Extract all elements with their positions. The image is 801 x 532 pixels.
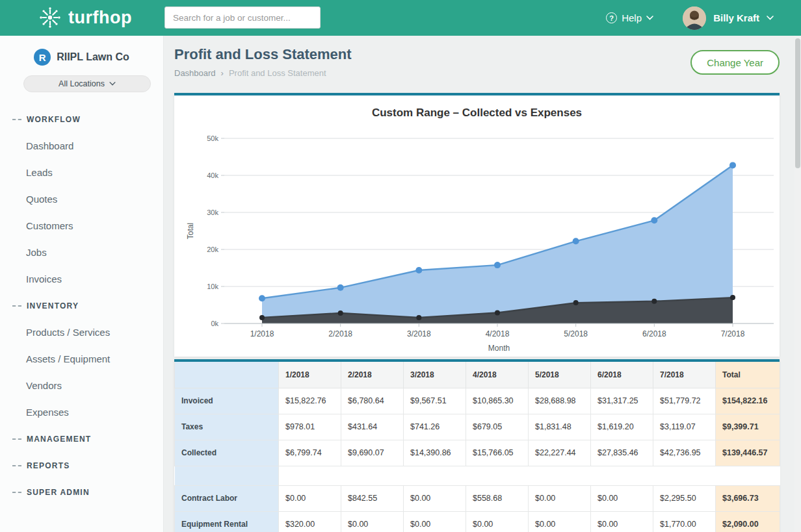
table-cell: $6,780.64 bbox=[341, 388, 404, 414]
sidebar-item-products-services[interactable]: Products / Services bbox=[0, 319, 163, 346]
sidebar: R RIIPL Lawn Co All Locations WORKFLOWDa… bbox=[0, 36, 164, 532]
row-total: $139,446.57 bbox=[716, 440, 780, 466]
sidebar-item-leads[interactable]: Leads bbox=[0, 159, 163, 186]
chart-card: Custom Range – Collected vs Expenses 0k1… bbox=[174, 93, 780, 357]
table-header-4-2018: 4/2018 bbox=[466, 362, 529, 388]
table-cell bbox=[466, 466, 529, 485]
table-cell bbox=[653, 466, 716, 485]
sidebar-item-assets-equipment[interactable]: Assets / Equipment bbox=[0, 346, 163, 372]
help-label: Help bbox=[622, 12, 642, 23]
search-input[interactable] bbox=[164, 6, 321, 29]
page-title: Profit and Loss Statement bbox=[174, 46, 352, 63]
table-header-1-2018: 1/2018 bbox=[279, 362, 341, 388]
sidebar-item-invoices[interactable]: Invoices bbox=[0, 266, 163, 292]
row-total: $9,399.71 bbox=[716, 414, 780, 440]
svg-text:6/2018: 6/2018 bbox=[642, 329, 666, 338]
table-row-equipment-rental: Equipment Rental$320.00$0.00$0.00$0.00$0… bbox=[175, 511, 780, 532]
svg-text:10k: 10k bbox=[207, 283, 218, 290]
chart-svg: 0k10k20k30k40k50k1/20182/20183/20184/201… bbox=[174, 128, 780, 357]
sidebar-section-reports[interactable]: REPORTS bbox=[0, 452, 163, 479]
table-header-3-2018: 3/2018 bbox=[404, 362, 466, 388]
table-cell: $9,690.07 bbox=[341, 440, 404, 466]
table-cell: $0.00 bbox=[591, 511, 653, 532]
section-dashes-icon bbox=[12, 305, 21, 307]
company-header: R RIIPL Lawn Co bbox=[0, 49, 163, 66]
row-total bbox=[716, 466, 780, 485]
collected-vs-expenses-chart: 0k10k20k30k40k50k1/20182/20183/20184/201… bbox=[174, 128, 780, 357]
sidebar-item-customers[interactable]: Customers bbox=[0, 212, 163, 239]
table-cell: $9,567.51 bbox=[404, 388, 466, 414]
logo-text: turfhop bbox=[68, 8, 132, 28]
section-dashes-icon bbox=[12, 119, 21, 120]
sidebar-section-label: SUPER ADMIN bbox=[27, 488, 90, 497]
help-menu[interactable]: ? Help bbox=[606, 0, 653, 36]
table-row-collected: Collected$6,799.74$9,690.07$14,390.86$15… bbox=[175, 440, 780, 466]
svg-text:5/2018: 5/2018 bbox=[564, 329, 588, 338]
sidebar-section-label: INVENTORY bbox=[27, 301, 79, 310]
table-cell: $15,822.76 bbox=[279, 388, 341, 414]
scrollbar-thumb[interactable] bbox=[795, 38, 800, 168]
table-cell: $1,831.48 bbox=[529, 414, 591, 440]
table-cell: $2,295.50 bbox=[653, 485, 716, 511]
app-root: turfhop ? Help Billy Kraft bbox=[0, 0, 801, 532]
svg-text:Total: Total bbox=[186, 223, 195, 239]
help-icon: ? bbox=[606, 12, 617, 23]
table-cell: $0.00 bbox=[529, 485, 591, 511]
row-total: $3,696.73 bbox=[716, 485, 780, 511]
table-cell: $14,390.86 bbox=[404, 440, 466, 466]
table-row-invoiced: Invoiced$15,822.76$6,780.64$9,567.51$10,… bbox=[175, 388, 780, 414]
sidebar-section-workflow[interactable]: WORKFLOW bbox=[0, 106, 163, 133]
sidebar-nav: WORKFLOWDashboardLeadsQuotesCustomersJob… bbox=[0, 106, 163, 505]
table-cell: $0.00 bbox=[529, 511, 591, 532]
svg-text:50k: 50k bbox=[207, 134, 218, 142]
sidebar-section-label: MANAGEMENT bbox=[27, 435, 91, 444]
sidebar-item-jobs[interactable]: Jobs bbox=[0, 239, 163, 266]
section-dashes-icon bbox=[12, 492, 21, 493]
svg-text:7/2018: 7/2018 bbox=[721, 329, 745, 338]
user-menu[interactable]: Billy Kraft bbox=[683, 0, 774, 36]
section-dashes-icon bbox=[12, 465, 21, 466]
row-total: $2,090.00 bbox=[716, 511, 780, 532]
table-cell: $842.55 bbox=[341, 485, 404, 511]
sidebar-item-quotes[interactable]: Quotes bbox=[0, 186, 163, 212]
table-cell: $15,766.05 bbox=[466, 440, 529, 466]
sidebar-section-management[interactable]: MANAGEMENT bbox=[0, 425, 163, 452]
sidebar-item-dashboard[interactable]: Dashboard bbox=[0, 133, 163, 159]
table-cell: $0.00 bbox=[404, 485, 466, 511]
table-row-contract-labor: Contract Labor$0.00$842.55$0.00$558.68$0… bbox=[175, 485, 780, 511]
table-cell bbox=[341, 466, 404, 485]
table-cell: $3,119.07 bbox=[653, 414, 716, 440]
table-cell: $10,865.30 bbox=[466, 388, 529, 414]
table-row-spacer bbox=[175, 466, 780, 485]
table-cell: $978.01 bbox=[279, 414, 341, 440]
location-filter-label: All Locations bbox=[59, 79, 105, 88]
company-logo-icon: R bbox=[34, 49, 51, 66]
row-label: Invoiced bbox=[175, 388, 279, 414]
table-cell: $22,227.44 bbox=[529, 440, 591, 466]
section-dashes-icon bbox=[12, 438, 21, 440]
turfhop-logo[interactable]: turfhop bbox=[38, 5, 132, 30]
table-cell: $741.26 bbox=[404, 414, 466, 440]
table-header-row-label bbox=[175, 362, 279, 388]
svg-text:Month: Month bbox=[488, 344, 510, 353]
sidebar-section-super-admin[interactable]: SUPER ADMIN bbox=[0, 479, 163, 505]
pl-table: 1/20182/20183/20184/20185/20186/20187/20… bbox=[174, 362, 780, 532]
table-cell: $27,835.46 bbox=[591, 440, 653, 466]
sidebar-item-vendors[interactable]: Vendors bbox=[0, 372, 163, 399]
location-filter-dropdown[interactable]: All Locations bbox=[23, 75, 151, 92]
sidebar-section-inventory[interactable]: INVENTORY bbox=[0, 292, 163, 319]
table-cell bbox=[591, 466, 653, 485]
sidebar-item-expenses[interactable]: Expenses bbox=[0, 399, 163, 425]
table-cell: $31,317.25 bbox=[591, 388, 653, 414]
turfhop-logo-icon bbox=[38, 5, 62, 30]
table-cell: $42,736.95 bbox=[653, 440, 716, 466]
table-header-total: Total bbox=[716, 362, 780, 388]
table-cell: $1,619.20 bbox=[591, 414, 653, 440]
vertical-scrollbar[interactable] bbox=[794, 36, 801, 532]
breadcrumb-dashboard[interactable]: Dashboard bbox=[174, 68, 216, 78]
sidebar-section-label: REPORTS bbox=[27, 461, 70, 470]
table-cell: $6,799.74 bbox=[279, 440, 341, 466]
change-year-button[interactable]: Change Year bbox=[690, 50, 780, 75]
table-cell: $0.00 bbox=[341, 511, 404, 532]
table-header-6-2018: 6/2018 bbox=[591, 362, 653, 388]
